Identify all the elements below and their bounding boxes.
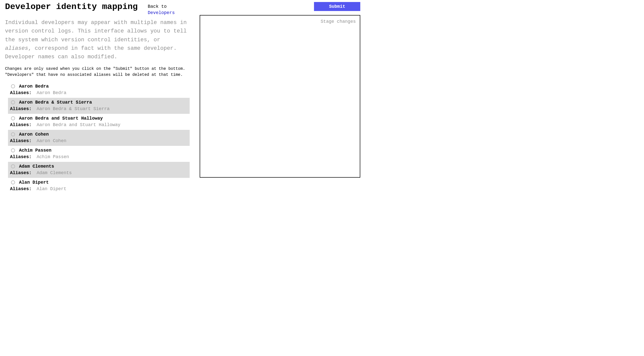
aliases-value: Achim Passen xyxy=(37,154,69,159)
aliases-label: Aliases: xyxy=(10,122,32,127)
aliases-label: Aliases: xyxy=(10,154,32,159)
back-to-label: Back to xyxy=(148,4,167,9)
developer-name[interactable]: Aaron Bedra xyxy=(19,84,49,89)
header-row: Developer identity mapping Back to Devel… xyxy=(5,2,190,16)
developer-row: Aaron Bedra and Stuart HallowayAliases:A… xyxy=(8,114,190,130)
page-wrap: Developer identity mapping Back to Devel… xyxy=(0,0,365,199)
note-line2: "Developers" that have no associated ali… xyxy=(5,73,183,77)
developer-row: Adam ClementsAliases:Adam Clements xyxy=(8,162,190,178)
left-column: Developer identity mapping Back to Devel… xyxy=(5,2,190,194)
developer-name[interactable]: Adam Clements xyxy=(19,164,54,169)
developer-row-top: Adam Clements xyxy=(10,164,188,169)
developer-row: Aaron BedraAliases:Aaron Bedra xyxy=(8,82,190,98)
back-to-developers-link[interactable]: Developers xyxy=(148,10,175,15)
page-title: Developer identity mapping xyxy=(5,2,138,12)
developer-aliases-line: Aliases:Alan Dipert xyxy=(10,186,188,191)
developer-aliases-line: Aliases:Achim Passen xyxy=(10,154,188,159)
developer-row: Achim PassenAliases:Achim Passen xyxy=(8,146,190,162)
note-line1: Changes are only saved when you click on… xyxy=(5,67,185,71)
aliases-label: Aliases: xyxy=(10,138,32,143)
developer-row-top: Aaron Bedra & Stuart Sierra xyxy=(10,100,188,105)
developer-row: Aaron Bedra & Stuart SierraAliases:Aaron… xyxy=(8,98,190,114)
aliases-value: Aaron Cohen xyxy=(37,138,66,143)
developer-row-top: Alan Dipert xyxy=(10,180,188,185)
developer-name[interactable]: Aaron Bedra and Stuart Halloway xyxy=(19,116,103,121)
intro-post: , correspond in fact with the same devel… xyxy=(5,45,177,60)
developer-aliases-line: Aliases:Aaron Cohen xyxy=(10,138,188,143)
aliases-label: Aliases: xyxy=(10,170,32,175)
aliases-label: Aliases: xyxy=(10,106,32,111)
aliases-value: Aaron Bedra and Stuart Halloway xyxy=(37,122,120,127)
developer-select-radio[interactable] xyxy=(11,132,15,136)
developer-row-top: Aaron Cohen xyxy=(10,132,188,137)
stage-changes-title: Stage changes xyxy=(204,19,356,24)
developer-select-radio[interactable] xyxy=(11,116,15,120)
aliases-label: Aliases: xyxy=(10,90,32,95)
developer-aliases-line: Aliases:Aaron Bedra and Stuart Halloway xyxy=(10,122,188,127)
developer-select-radio[interactable] xyxy=(11,84,15,88)
developer-row-top: Aaron Bedra xyxy=(10,84,188,89)
developer-select-radio[interactable] xyxy=(11,164,15,168)
back-to-block: Back to Developers xyxy=(148,2,175,16)
developer-name[interactable]: Achim Passen xyxy=(19,148,52,153)
right-column: Submit Stage changes xyxy=(200,2,360,194)
aliases-label: Aliases: xyxy=(10,186,32,191)
developer-aliases-line: Aliases:Aaron Bedra & Stuart Sierra xyxy=(10,106,188,111)
stage-changes-panel: Stage changes xyxy=(200,15,360,178)
aliases-value: Aaron Bedra & Stuart Sierra xyxy=(37,106,110,111)
intro-em: aliases xyxy=(5,45,28,52)
submit-button[interactable]: Submit xyxy=(314,2,360,11)
developer-select-radio[interactable] xyxy=(11,100,15,104)
intro-pre: Individual developers may appear with mu… xyxy=(5,20,187,43)
developer-name[interactable]: Aaron Bedra & Stuart Sierra xyxy=(19,100,92,105)
developer-select-radio[interactable] xyxy=(11,180,15,184)
note-paragraph: Changes are only saved when you click on… xyxy=(5,66,190,78)
aliases-value: Alan Dipert xyxy=(37,186,66,191)
aliases-value: Aaron Bedra xyxy=(37,90,66,95)
developer-aliases-line: Aliases:Aaron Bedra xyxy=(10,90,188,95)
intro-paragraph: Individual developers may appear with mu… xyxy=(5,19,190,61)
developer-row: Aaron CohenAliases:Aaron Cohen xyxy=(8,130,190,146)
developer-aliases-line: Aliases:Adam Clements xyxy=(10,170,188,175)
developer-name[interactable]: Alan Dipert xyxy=(19,180,49,185)
developer-row: Alan DipertAliases:Alan Dipert xyxy=(8,178,190,194)
developer-name[interactable]: Aaron Cohen xyxy=(19,132,49,137)
developer-row-top: Aaron Bedra and Stuart Halloway xyxy=(10,116,188,121)
developer-select-radio[interactable] xyxy=(11,148,15,152)
aliases-value: Adam Clements xyxy=(37,170,72,175)
developer-row-top: Achim Passen xyxy=(10,148,188,153)
developer-list: Aaron BedraAliases:Aaron BedraAaron Bedr… xyxy=(8,82,190,194)
